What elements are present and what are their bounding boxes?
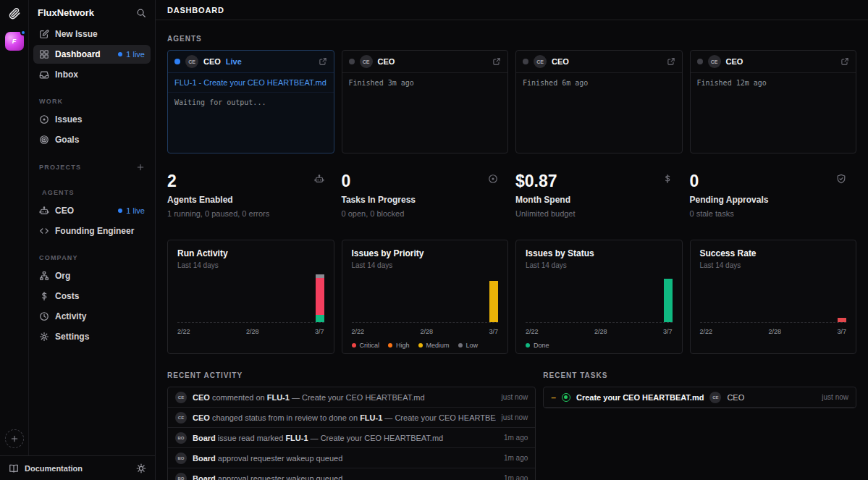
stat-value: 0 xyxy=(690,172,835,190)
activity-row[interactable]: BOBoard approval requester wakeup queued… xyxy=(168,468,535,480)
agent-card[interactable]: CECEOFinished 6m ago xyxy=(515,50,683,153)
compose-icon xyxy=(39,29,49,39)
chart-plot xyxy=(352,275,499,323)
external-link-icon[interactable] xyxy=(492,57,501,66)
agent-card[interactable]: CECEOFinished 12m ago xyxy=(690,50,857,153)
activity-row[interactable]: BOBoard issue read marked FLU-1 — Create… xyxy=(168,428,535,448)
chart-x-ticks: 2/222/283/7 xyxy=(177,328,324,335)
activity-row[interactable]: CECEO changed status from in review to d… xyxy=(168,408,535,428)
add-workspace-button[interactable] xyxy=(5,429,24,448)
robot-icon xyxy=(314,174,324,184)
agent-status-dot xyxy=(349,59,355,64)
sidebar-item-goals[interactable]: Goals xyxy=(33,130,151,149)
robot-icon xyxy=(39,206,49,216)
live-badge: 1 live xyxy=(118,50,145,59)
task-row[interactable]: –Create your CEO HEARTBEAT.mdCECEOjust n… xyxy=(544,387,856,408)
x-tick-label: 3/7 xyxy=(315,328,324,335)
section-label: AGENTS xyxy=(42,189,75,196)
chart-title: Run Activity xyxy=(177,248,324,258)
stat-label: Pending Approvals xyxy=(690,195,835,205)
sidebar-item-label: Inbox xyxy=(55,70,78,80)
legend-dot xyxy=(352,343,356,348)
sidebar-item-label: New Issue xyxy=(55,29,98,39)
sidebar-item-org[interactable]: Org xyxy=(33,266,151,285)
legend-dot xyxy=(418,343,423,348)
chart-plot xyxy=(526,275,673,323)
sidebar-item-ceo[interactable]: CEO 1 live xyxy=(33,201,151,220)
main-area: DASHBOARD AGENTS CECEOLiveFLU-1 - Create… xyxy=(156,0,868,480)
external-link-icon[interactable] xyxy=(319,57,327,66)
agent-output: Finished 12m ago xyxy=(691,73,856,93)
sidebar-item-activity[interactable]: Activity xyxy=(33,307,151,326)
legend-dot xyxy=(526,343,530,348)
stat-sublabel: 0 open, 0 blocked xyxy=(342,209,487,218)
x-tick-label: 3/7 xyxy=(837,328,846,335)
live-badge-label: 1 live xyxy=(126,206,145,215)
agent-avatar: CE xyxy=(708,55,721,68)
section-label: COMPANY xyxy=(39,254,78,261)
stat-card: 0Tasks In Progress0 open, 0 blocked xyxy=(342,172,509,218)
activity-actor: Board xyxy=(193,434,216,442)
x-tick-label: 2/22 xyxy=(700,328,713,335)
gear-icon xyxy=(39,332,49,342)
x-tick-label: 2/22 xyxy=(352,328,365,335)
search-icon[interactable] xyxy=(136,8,146,18)
sidebar-item-costs[interactable]: Costs xyxy=(33,287,151,306)
sidebar-item-new-issue[interactable]: New Issue xyxy=(33,25,151,43)
dashboard-grid-icon xyxy=(39,49,49,59)
stat-value: $0.87 xyxy=(515,172,661,190)
activity-avatar: BO xyxy=(175,432,187,444)
theme-toggle-sun-icon[interactable] xyxy=(136,463,146,473)
workspace-avatar[interactable]: F xyxy=(5,32,24,51)
activity-row[interactable]: CECEO commented on FLU-1 — Create your C… xyxy=(168,387,535,408)
activity-row[interactable]: BOBoard approval requester wakeup queued… xyxy=(168,448,535,468)
sidebar-item-label: Org xyxy=(55,271,70,281)
activity-time: just now xyxy=(502,393,528,401)
app-root: F FluxNetwork New Issue Dashboard xyxy=(0,0,868,480)
agent-name: CEO xyxy=(552,57,569,66)
agent-card[interactable]: CECEOFinished 3m ago xyxy=(342,50,509,153)
stats-row: 2Agents Enabled1 running, 0 paused, 0 er… xyxy=(167,172,856,218)
external-link-icon[interactable] xyxy=(667,57,675,66)
legend-item: High xyxy=(388,342,410,349)
chart-bar xyxy=(838,318,846,322)
live-dot xyxy=(118,52,122,56)
sidebar-item-issues[interactable]: Issues xyxy=(33,110,151,129)
chart-x-ticks: 2/222/283/7 xyxy=(526,328,673,335)
sidebar-item-dashboard[interactable]: Dashboard 1 live xyxy=(33,45,151,64)
add-project-button[interactable] xyxy=(136,163,145,172)
legend-item: Critical xyxy=(352,342,380,349)
chart-title: Issues by Status xyxy=(526,248,673,258)
agent-card[interactable]: CECEOLiveFLU-1 - Create your CEO HEARTBE… xyxy=(167,50,334,153)
task-status-dot xyxy=(564,395,568,399)
legend-item: Low xyxy=(458,342,479,349)
chart-bar-segment-succeeded xyxy=(316,315,324,322)
left-top: F FluxNetwork New Issue Dashboard xyxy=(0,0,155,455)
chart-title: Issues by Priority xyxy=(352,248,499,258)
sidebar-item-founding-engineer[interactable]: Founding Engineer xyxy=(33,222,151,240)
agent-task-link[interactable]: FLU-1 - Create your CEO HEARTBEAT.md xyxy=(168,73,334,93)
activity-text: Board issue read marked FLU-1 — Create y… xyxy=(193,434,498,442)
chart-x-ticks: 2/222/283/7 xyxy=(700,328,847,335)
chart-legend: Done xyxy=(526,342,673,349)
agent-name: CEO xyxy=(203,57,221,66)
agent-name: CEO xyxy=(726,57,743,66)
external-link-icon[interactable] xyxy=(840,57,849,66)
sidebar-item-settings[interactable]: Settings xyxy=(33,327,151,346)
chart-bar xyxy=(489,281,498,322)
charts-row: Run ActivityLast 14 days2/222/283/7Issue… xyxy=(167,240,856,354)
legend-dot xyxy=(458,343,463,348)
sidebar-item-label: Founding Engineer xyxy=(55,226,134,236)
agent-avatar: CE xyxy=(185,55,198,68)
documentation-link[interactable]: Documentation xyxy=(25,464,83,473)
chart-bar xyxy=(664,279,673,322)
page-header: DASHBOARD xyxy=(156,0,868,20)
section-label: PROJECTS xyxy=(39,164,81,171)
recent-activity-section: RECENT ACTIVITY CECEO commented on FLU-1… xyxy=(167,367,536,480)
activity-time: just now xyxy=(502,413,528,421)
activity-target: FLU-1 xyxy=(267,393,290,402)
agent-status-dot xyxy=(697,59,703,64)
sidebar-item-inbox[interactable]: Inbox xyxy=(33,65,151,84)
chart-card: Issues by PriorityLast 14 days2/222/283/… xyxy=(342,240,509,354)
agent-output: Finished 3m ago xyxy=(342,73,508,93)
